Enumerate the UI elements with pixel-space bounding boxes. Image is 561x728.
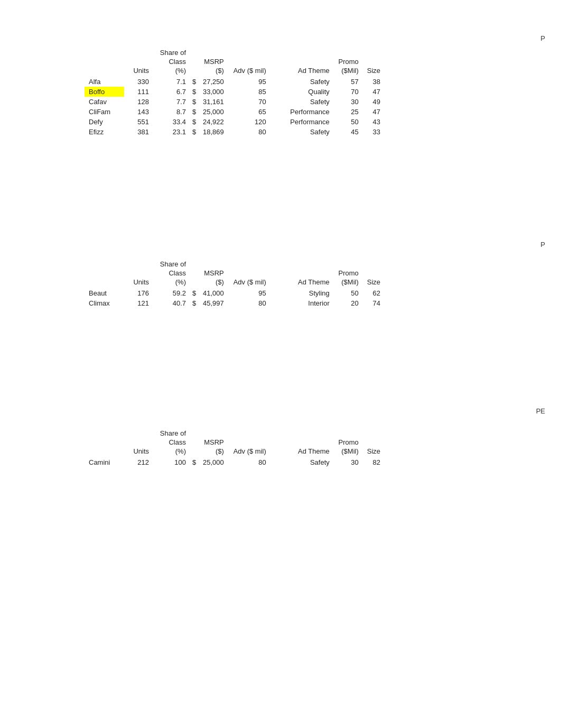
cell-msrp: 25,000	[199, 107, 228, 117]
cell-units: 381	[124, 127, 153, 137]
col-header-adv-1: Adv ($ mil)	[228, 48, 270, 77]
cell-brand: Boffo	[85, 87, 124, 97]
cell-msrp: 25,000	[199, 457, 228, 467]
cell-units: 143	[124, 107, 153, 117]
cell-brand: Cafav	[85, 97, 124, 107]
cell-adtheme: Interior	[270, 298, 334, 308]
cell-promo: 20	[334, 298, 363, 308]
table-row: Defy55133.4$24,922120Performance5043	[85, 117, 385, 127]
cell-units: 551	[124, 117, 153, 127]
col-header-size-2: Size	[363, 259, 385, 288]
col-header-adv-3: Adv ($ mil)	[228, 428, 270, 457]
cell-units: 111	[124, 87, 153, 97]
page-label-1: P	[540, 34, 545, 42]
cell-brand: CliFam	[85, 107, 124, 117]
cell-brand: Alfa	[85, 77, 124, 87]
table-3: Units Share ofClass (%) MSRP ($) Adv ($ …	[85, 428, 385, 467]
cell-size: 38	[363, 77, 385, 87]
cell-promo: 25	[334, 107, 363, 117]
col-header-adv-2: Adv ($ mil)	[228, 259, 270, 288]
col-header-msrp-3: MSRP ($)	[199, 428, 228, 457]
col-header-brand-3	[85, 428, 124, 457]
cell-adv: 120	[228, 117, 270, 127]
cell-units: 212	[124, 457, 153, 467]
cell-adtheme: Performance	[270, 107, 334, 117]
col-header-share-2: Share ofClass (%)	[153, 259, 190, 288]
cell-msrp-dollar: $	[190, 97, 199, 107]
cell-msrp: 18,869	[199, 127, 228, 137]
cell-msrp-dollar: $	[190, 87, 199, 97]
cell-promo: 57	[334, 77, 363, 87]
table-row: Camini212100$25,00080Safety3082	[85, 457, 385, 467]
cell-adtheme: Safety	[270, 457, 334, 467]
cell-msrp-dollar: $	[190, 298, 199, 308]
cell-promo: 50	[334, 288, 363, 298]
cell-adv: 95	[228, 77, 270, 87]
cell-brand: Climax	[85, 298, 124, 308]
cell-share: 8.7	[153, 107, 190, 117]
col-header-share-3: Share ofClass (%)	[153, 428, 190, 457]
cell-promo: 50	[334, 117, 363, 127]
cell-msrp-dollar: $	[190, 288, 199, 298]
cell-msrp-dollar: $	[190, 77, 199, 87]
cell-size: 33	[363, 127, 385, 137]
cell-msrp: 24,922	[199, 117, 228, 127]
cell-size: 74	[363, 298, 385, 308]
table-2: Units Share ofClass (%) MSRP ($) Adv ($ …	[85, 259, 385, 308]
cell-brand: Beaut	[85, 288, 124, 298]
col-header-promo-2: Promo($Mil)	[334, 259, 363, 288]
cell-brand: Defy	[85, 117, 124, 127]
cell-share: 33.4	[153, 117, 190, 127]
cell-share: 100	[153, 457, 190, 467]
cell-size: 47	[363, 87, 385, 97]
col-header-promo-3: Promo($Mil)	[334, 428, 363, 457]
cell-msrp: 27,250	[199, 77, 228, 87]
table-row: Boffo1116.7$33,00085Quality7047	[85, 87, 385, 97]
col-header-size-3: Size	[363, 428, 385, 457]
cell-share: 40.7	[153, 298, 190, 308]
col-header-msrp-dollar-1	[190, 48, 199, 77]
cell-size: 49	[363, 97, 385, 107]
col-header-adtheme-2: Ad Theme	[270, 259, 334, 288]
cell-size: 47	[363, 107, 385, 117]
table-row: Alfa3307.1$27,25095Safety5738	[85, 77, 385, 87]
table-row: Climax12140.7$45,99780Interior2074	[85, 298, 385, 308]
cell-adtheme: Performance	[270, 117, 334, 127]
cell-adtheme: Quality	[270, 87, 334, 97]
cell-share: 7.1	[153, 77, 190, 87]
col-header-promo-1: Promo($Mil)	[334, 48, 363, 77]
cell-units: 128	[124, 97, 153, 107]
cell-adtheme: Styling	[270, 288, 334, 298]
section-2: Units Share ofClass (%) MSRP ($) Adv ($ …	[85, 259, 385, 308]
col-header-msrp-dollar-3	[190, 428, 199, 457]
page-label-2: P	[540, 241, 545, 248]
cell-units: 121	[124, 298, 153, 308]
cell-share: 59.2	[153, 288, 190, 298]
cell-msrp-dollar: $	[190, 117, 199, 127]
cell-size: 62	[363, 288, 385, 298]
cell-promo: 30	[334, 457, 363, 467]
col-header-units-2: Units	[124, 259, 153, 288]
cell-msrp: 41,000	[199, 288, 228, 298]
cell-brand: Efizz	[85, 127, 124, 137]
cell-adv: 80	[228, 127, 270, 137]
col-header-msrp-1: MSRP ($)	[199, 48, 228, 77]
cell-adv: 70	[228, 97, 270, 107]
cell-units: 176	[124, 288, 153, 298]
table-row: CliFam1438.7$25,00065Performance2547	[85, 107, 385, 117]
table-row: Efizz38123.1$18,86980Safety4533	[85, 127, 385, 137]
cell-msrp: 31,161	[199, 97, 228, 107]
cell-size: 43	[363, 117, 385, 127]
cell-adtheme: Safety	[270, 77, 334, 87]
col-header-adtheme-3: Ad Theme	[270, 428, 334, 457]
cell-adtheme: Safety	[270, 127, 334, 137]
col-header-units-3: Units	[124, 428, 153, 457]
table-1: Units Share ofClass (%) MSRP ($) Adv ($ …	[85, 48, 385, 137]
table-row: Beaut17659.2$41,00095Styling5062	[85, 288, 385, 298]
cell-share: 23.1	[153, 127, 190, 137]
cell-promo: 70	[334, 87, 363, 97]
table-row: Cafav1287.7$31,16170Safety3049	[85, 97, 385, 107]
cell-adv: 65	[228, 107, 270, 117]
cell-size: 82	[363, 457, 385, 467]
section-3: Units Share ofClass (%) MSRP ($) Adv ($ …	[85, 428, 385, 467]
